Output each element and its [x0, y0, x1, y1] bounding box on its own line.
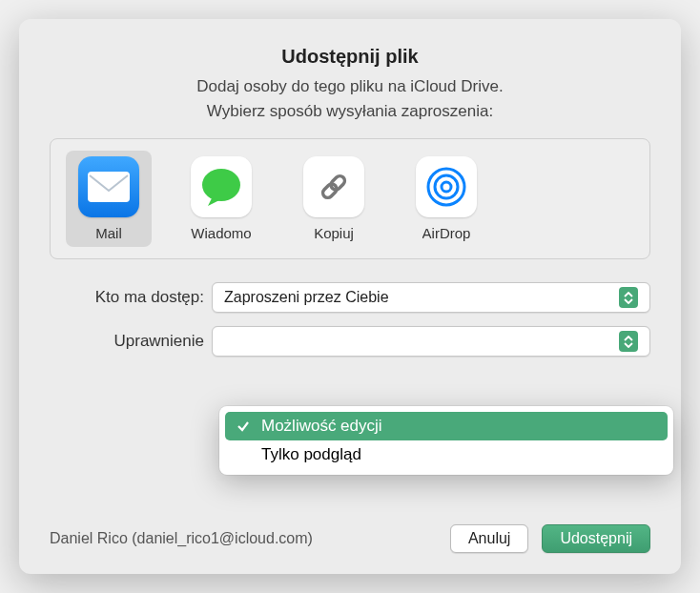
svg-rect-3: [329, 174, 346, 192]
share-method-mail[interactable]: Mail: [66, 151, 152, 247]
dialog-prompt: Wybierz sposób wysyłania zaproszenia:: [50, 102, 650, 121]
access-label: Kto ma dostęp:: [50, 288, 204, 307]
access-select[interactable]: Zaproszeni przez Ciebie: [212, 282, 650, 313]
permission-option-view[interactable]: Tylko podgląd: [225, 440, 668, 469]
chevron-updown-icon: [619, 331, 638, 352]
share-method-label: AirDrop: [422, 225, 471, 241]
permission-select[interactable]: [212, 326, 650, 357]
svg-point-4: [442, 182, 451, 192]
checkmark-icon: [235, 419, 252, 433]
messages-icon: [191, 156, 252, 217]
mail-icon: [78, 156, 139, 217]
share-button[interactable]: Udostępnij: [542, 524, 650, 553]
user-info: Daniel Rico (daniel_rico1@icloud.com): [50, 530, 313, 547]
share-method-copylink[interactable]: Kopiuj: [291, 151, 377, 247]
button-row: Anuluj Udostępnij: [450, 524, 650, 553]
permission-option-label: Tylko podgląd: [261, 445, 361, 464]
share-method-messages[interactable]: Wiadomo: [178, 151, 264, 247]
permission-option-label: Możliwość edycji: [261, 417, 382, 436]
dialog-title: Udostępnij plik: [50, 46, 650, 68]
share-method-label: Wiadomo: [191, 225, 251, 241]
permission-row: Uprawnienie: [50, 326, 650, 357]
chevron-updown-icon: [619, 287, 638, 308]
access-row: Kto ma dostęp: Zaproszeni przez Ciebie: [50, 282, 650, 313]
share-methods-panel: Mail Wiadomo Kopiuj AirDrop: [50, 138, 650, 259]
link-icon: [303, 156, 364, 217]
dialog-footer: Daniel Rico (daniel_rico1@icloud.com) An…: [50, 524, 650, 553]
cancel-button[interactable]: Anuluj: [450, 524, 528, 553]
svg-rect-0: [88, 172, 130, 202]
share-method-airdrop[interactable]: AirDrop: [403, 151, 489, 247]
share-method-label: Kopiuj: [314, 225, 354, 241]
svg-point-1: [202, 169, 240, 201]
permission-option-edit[interactable]: Możliwość edycji: [225, 412, 668, 440]
dialog-subtitle: Dodaj osoby do tego pliku na iCloud Driv…: [50, 77, 650, 96]
permission-dropdown: Możliwość edycji Tylko podgląd: [219, 406, 673, 475]
airdrop-icon: [416, 156, 477, 217]
access-value: Zaproszeni przez Ciebie: [224, 289, 389, 306]
permission-label: Uprawnienie: [50, 332, 204, 351]
share-method-label: Mail: [95, 225, 122, 241]
share-dialog: Udostępnij plik Dodaj osoby do tego plik…: [19, 19, 681, 574]
svg-point-5: [435, 175, 458, 198]
